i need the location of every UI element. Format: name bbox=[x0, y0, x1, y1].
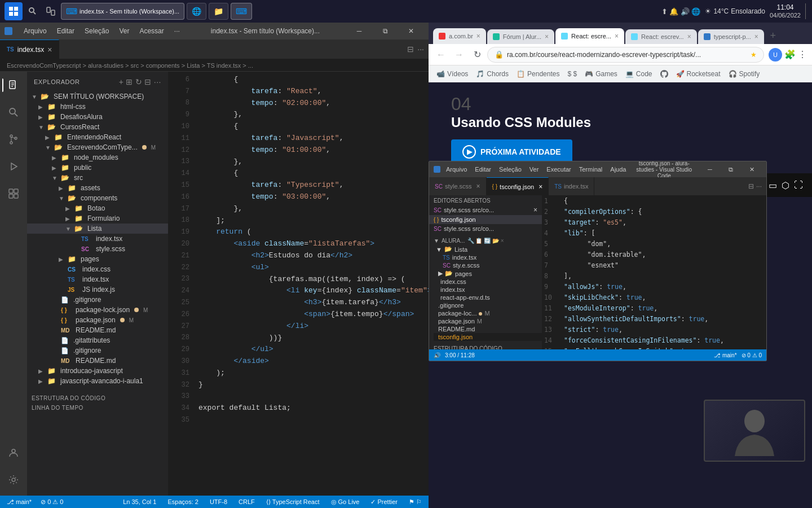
sec-workspace-label[interactable]: ▼ ALURA... 🔧 📋 🔄 📂 × bbox=[429, 235, 542, 245]
sec-menu-arquivo[interactable]: Arquivo bbox=[444, 165, 469, 174]
sec-tree-lista[interactable]: ▼ 📂 Lista bbox=[434, 245, 542, 253]
menu-acessar[interactable]: Acessar bbox=[135, 25, 168, 37]
sidebar-item-18[interactable]: TSindex.tsx bbox=[27, 274, 168, 284]
url-bar[interactable]: 🔒 ra.com.br/course/react-modernizando-es… bbox=[487, 47, 764, 63]
sidebar-item-21[interactable]: { }package-lock.jsonM bbox=[27, 305, 168, 315]
sec-tree-readme[interactable]: README.md bbox=[434, 325, 542, 333]
taskbar-explorer[interactable]: 📁 bbox=[209, 3, 228, 20]
status-spaces[interactable]: Espaços: 2 bbox=[165, 498, 200, 505]
sidebar-item-2[interactable]: ▶ 📁DesafiosAlura bbox=[27, 112, 168, 122]
fullscreen-button[interactable]: ⛶ bbox=[794, 180, 803, 190]
bookmark-pendentes[interactable]: 📋 Pendentes bbox=[513, 69, 563, 79]
status-encoding[interactable]: UTF-8 bbox=[208, 498, 230, 505]
sidebar-item-1[interactable]: ▶ 📁html-css bbox=[27, 102, 168, 112]
bookmark-games[interactable]: 🎮 Games bbox=[581, 69, 621, 79]
sidebar-item-20[interactable]: 📄.gitignore bbox=[27, 295, 168, 305]
vscode-minimize[interactable]: ─ bbox=[346, 23, 372, 40]
sec-tree-package-lock[interactable]: package-loc... M bbox=[434, 309, 542, 317]
browser-tab-3[interactable]: React: escrev... × bbox=[625, 29, 697, 44]
taskbar-chrome[interactable]: 🌐 bbox=[187, 3, 206, 20]
sidebar-item-26[interactable]: MDREADME.md bbox=[27, 356, 168, 366]
status-errors[interactable]: ⊘ 0 ⚠ 0 bbox=[38, 498, 65, 506]
sec-close[interactable]: ✕ bbox=[742, 161, 762, 177]
search-button[interactable] bbox=[25, 3, 41, 19]
status-branch[interactable]: ⎇ main* bbox=[5, 498, 34, 506]
sec-menu-acessar[interactable]: Executar bbox=[544, 165, 573, 174]
nav-forward[interactable]: → bbox=[451, 47, 467, 63]
sec-menu-ajuda[interactable]: Ajuda bbox=[608, 165, 628, 174]
sidebar-item-8[interactable]: ▼ 📂src bbox=[27, 173, 168, 183]
status-golive[interactable]: ◎ Go Live bbox=[329, 498, 362, 506]
sidebar-item-24[interactable]: 📄.gitattributes bbox=[27, 335, 168, 345]
activity-debug[interactable] bbox=[2, 155, 25, 178]
sidebar-item-28[interactable]: ▶ 📁javascript-avancado-i-aula1 bbox=[27, 376, 168, 386]
activity-extensions[interactable] bbox=[2, 182, 25, 205]
sidebar-item-23[interactable]: MDREADME.md bbox=[27, 325, 168, 335]
sidebar-item-12[interactable]: ▶ 📁Formulario bbox=[27, 213, 168, 224]
split-editor-icon[interactable]: ⊟ bbox=[407, 45, 414, 54]
bookmark-rocketseat[interactable]: 🚀 Rocketseat bbox=[673, 69, 724, 79]
sec-editor[interactable]: 12345678910111213141516171819 { "compile… bbox=[542, 195, 766, 349]
tab-close-2[interactable]: × bbox=[615, 32, 619, 40]
more-actions-icon[interactable]: ··· bbox=[417, 45, 424, 54]
sidebar-item-19[interactable]: JSJS index.js bbox=[27, 284, 168, 295]
activity-search[interactable] bbox=[2, 101, 25, 124]
close-icon-0[interactable]: × bbox=[533, 206, 537, 214]
tab-close-1[interactable]: × bbox=[545, 33, 549, 41]
activity-source-control[interactable] bbox=[2, 128, 25, 151]
sec-more-icon[interactable]: ··· bbox=[756, 182, 762, 190]
browser-tab-1[interactable]: Fórum | Alur... × bbox=[487, 29, 554, 44]
sec-sidebar-item-0[interactable]: SC style.scss src/co... × bbox=[429, 205, 542, 215]
browser-tab-0[interactable]: a.com.br × bbox=[433, 28, 486, 44]
sidebar-item-15[interactable]: SCstyle.scss bbox=[27, 244, 168, 254]
browser-more[interactable]: ⋮ bbox=[798, 49, 807, 60]
activity-settings[interactable] bbox=[2, 468, 25, 491]
sec-menu-editar[interactable]: Editar bbox=[473, 165, 493, 174]
tab-close-icon[interactable]: × bbox=[47, 45, 52, 54]
sec-tab-style-close[interactable]: × bbox=[476, 182, 480, 190]
sec-tree-react-app[interactable]: react-app-env.d.ts bbox=[434, 294, 542, 301]
sec-tree-tsconfig[interactable]: tsconfig.json bbox=[434, 333, 542, 341]
browser-tab-2[interactable]: React: escre... × bbox=[555, 28, 624, 44]
bookmark-github[interactable] bbox=[657, 69, 672, 79]
sec-restore[interactable]: ⧉ bbox=[721, 161, 741, 177]
nav-refresh[interactable]: ↻ bbox=[469, 47, 485, 63]
sec-tree-package-json[interactable]: package.json M bbox=[434, 317, 542, 325]
sidebar-item-10[interactable]: ▼ 📂components bbox=[27, 193, 168, 203]
sidebar-item-4[interactable]: ▶ 📁EntendendoReact bbox=[27, 132, 168, 142]
bookmark-videos[interactable]: 📹 Vídeos bbox=[433, 69, 471, 79]
sidebar-item-7[interactable]: ▶ 📁public bbox=[27, 163, 168, 173]
new-file-icon[interactable]: + bbox=[119, 77, 124, 86]
new-tab-button[interactable]: + bbox=[765, 28, 781, 43]
collapse-all-icon[interactable]: ⊟ bbox=[144, 77, 152, 86]
sidebar-section-timeline[interactable]: LINHA DO TEMPO bbox=[27, 402, 168, 412]
sec-code-structure-label[interactable]: ESTRUTURA DO CÓDIGO bbox=[429, 343, 542, 349]
sec-menu-ver[interactable]: Ver bbox=[527, 165, 541, 174]
tab-close-0[interactable]: × bbox=[476, 32, 480, 40]
tab-close-4[interactable]: × bbox=[754, 33, 758, 41]
miniplayer-button[interactable]: ⬡ bbox=[782, 180, 789, 191]
sec-tab-index[interactable]: TS index.tsx bbox=[549, 177, 594, 195]
sec-tab-style[interactable]: SC style.scss × bbox=[429, 177, 487, 195]
sidebar-item-11[interactable]: ▶ 📁Botao bbox=[27, 203, 168, 213]
activity-account[interactable] bbox=[2, 441, 25, 464]
bookmark-dollar[interactable]: $ $ bbox=[564, 69, 580, 79]
sidebar-item-3[interactable]: ▼ 📂CursosReact bbox=[27, 122, 168, 132]
show-desktop[interactable] bbox=[805, 3, 807, 19]
status-language[interactable]: ⟨⟩ TypeScript React bbox=[264, 498, 322, 506]
sidebar-item-13[interactable]: ▼ 📂Lista bbox=[27, 224, 168, 234]
tab-close-3[interactable]: × bbox=[687, 33, 691, 41]
sec-tree-index-tsx[interactable]: TS index.tsx bbox=[434, 253, 542, 261]
sec-split-icon[interactable]: ⊟ bbox=[748, 182, 754, 190]
vscode-restore[interactable]: ⧉ bbox=[372, 23, 398, 40]
vscode-close[interactable]: ✕ bbox=[398, 23, 424, 40]
sec-volume-icon[interactable]: 🔊 bbox=[434, 352, 440, 358]
sidebar-item-9[interactable]: ▶ 📁assets bbox=[27, 183, 168, 193]
sec-sidebar-item-2[interactable]: SC style.scss src/co... bbox=[429, 224, 542, 233]
tab-index-tsx[interactable]: TS index.tsx × bbox=[0, 40, 59, 59]
sidebar-section-structure[interactable]: ESTRUTURA DO CÓDIGO bbox=[27, 393, 168, 402]
task-view-button[interactable] bbox=[43, 3, 59, 19]
sidebar-item-25[interactable]: 📄.gitignore bbox=[27, 345, 168, 356]
menu-selecao[interactable]: Seleção bbox=[80, 25, 113, 37]
bookmark-star[interactable]: ★ bbox=[751, 51, 757, 59]
